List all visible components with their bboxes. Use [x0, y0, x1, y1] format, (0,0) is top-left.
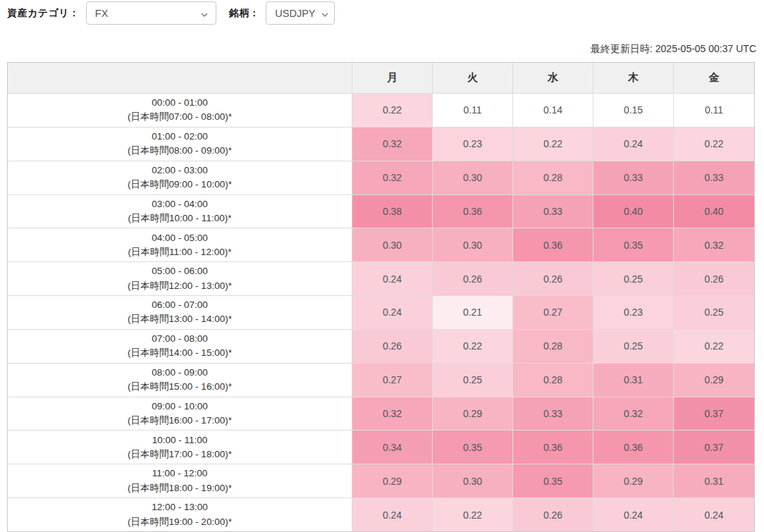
time-utc-label: 11:00 - 12:00 [152, 466, 208, 481]
asset-category-value: FX [95, 8, 109, 19]
asset-category-label: 資産カテゴリ： [7, 7, 80, 20]
time-utc-label: 12:00 - 13:00 [152, 500, 208, 514]
heatmap-value-cell: 0.22 [513, 128, 593, 161]
time-jst-label: (日本時間08:00 - 09:00)* [128, 144, 232, 158]
heatmap-value-cell: 0.26 [674, 262, 754, 295]
table-row: 12:00 - 13:00(日本時間19:00 - 20:00)*0.240.2… [8, 497, 754, 531]
table-row: 07:00 - 08:00(日本時間14:00 - 15:00)*0.260.2… [8, 329, 754, 363]
asset-category-select[interactable]: FX [86, 1, 216, 25]
time-cell: 09:00 - 10:00(日本時間16:00 - 17:00)* [8, 397, 352, 431]
heatmap-value-cell: 0.11 [433, 94, 513, 127]
time-utc-label: 06:00 - 07:00 [152, 298, 208, 312]
heatmap-value-cell: 0.25 [593, 330, 674, 363]
table-row: 10:00 - 11:00(日本時間17:00 - 18:00)*0.340.3… [8, 430, 754, 464]
heatmap-value-cell: 0.29 [433, 397, 513, 431]
heatmap-value-cell: 0.32 [352, 161, 433, 194]
heatmap-value-cell: 0.36 [513, 228, 593, 261]
symbol-select[interactable]: USDJPY [266, 1, 335, 25]
heatmap-value-cell: 0.33 [674, 161, 754, 194]
time-cell: 00:00 - 01:00(日本時間07:00 - 08:00)* [8, 94, 352, 127]
day-header: 木 [593, 63, 674, 93]
heatmap-value-cell: 0.14 [513, 94, 593, 127]
table-row: 04:00 - 05:00(日本時間11:00 - 12:00)*0.300.3… [8, 228, 754, 261]
heatmap-value-cell: 0.22 [433, 330, 513, 363]
heatmap-value-cell: 0.27 [352, 364, 433, 397]
table-row: 08:00 - 09:00(日本時間15:00 - 16:00)*0.270.2… [8, 363, 754, 397]
day-header: 月 [352, 63, 433, 93]
heatmap-value-cell: 0.38 [352, 195, 433, 228]
chevron-down-icon [201, 8, 208, 19]
heatmap-value-cell: 0.25 [674, 296, 754, 329]
heatmap-value-cell: 0.30 [352, 228, 433, 261]
heatmap-value-cell: 0.35 [593, 228, 674, 261]
heatmap-value-cell: 0.22 [674, 128, 754, 161]
heatmap-value-cell: 0.35 [433, 431, 513, 464]
heatmap-value-cell: 0.27 [513, 296, 593, 329]
heatmap-value-cell: 0.25 [433, 364, 513, 397]
time-jst-label: (日本時間12:00 - 13:00)* [128, 279, 232, 293]
time-cell: 03:00 - 04:00(日本時間10:00 - 11:00)* [8, 195, 352, 228]
heatmap-value-cell: 0.31 [593, 364, 674, 397]
heatmap-value-cell: 0.33 [513, 397, 593, 431]
time-utc-label: 02:00 - 03:00 [152, 163, 208, 178]
time-utc-label: 04:00 - 05:00 [152, 231, 208, 245]
time-jst-label: (日本時間16:00 - 17:00)* [128, 414, 232, 428]
heatmap-value-cell: 0.31 [674, 464, 754, 497]
time-jst-label: (日本時間17:00 - 18:00)* [128, 447, 232, 462]
chevron-down-icon [321, 8, 328, 19]
table-row: 00:00 - 01:00(日本時間07:00 - 08:00)*0.220.1… [8, 93, 754, 127]
heatmap-value-cell: 0.30 [433, 161, 513, 194]
time-jst-label: (日本時間10:00 - 11:00)* [128, 211, 232, 225]
volatility-heatmap-table: 月火水木金 00:00 - 01:00(日本時間07:00 - 08:00)*0… [7, 62, 755, 532]
time-cell: 07:00 - 08:00(日本時間14:00 - 15:00)* [8, 330, 352, 363]
heatmap-value-cell: 0.36 [433, 195, 513, 228]
time-jst-label: (日本時間09:00 - 10:00)* [128, 178, 232, 192]
table-row: 05:00 - 06:00(日本時間12:00 - 13:00)*0.240.2… [8, 261, 754, 295]
filter-bar: 資産カテゴリ： FX 銘柄： USDJPY [0, 0, 764, 25]
heatmap-value-cell: 0.35 [513, 464, 593, 497]
heatmap-value-cell: 0.34 [352, 431, 433, 464]
heatmap-value-cell: 0.26 [433, 262, 513, 295]
table-row: 02:00 - 03:00(日本時間09:00 - 10:00)*0.320.3… [8, 161, 754, 194]
time-cell: 04:00 - 05:00(日本時間11:00 - 12:00)* [8, 228, 352, 261]
heatmap-value-cell: 0.30 [433, 228, 513, 261]
table-row: 01:00 - 02:00(日本時間08:00 - 09:00)*0.320.2… [8, 127, 754, 161]
heatmap-value-cell: 0.24 [593, 498, 674, 531]
time-cell: 02:00 - 03:00(日本時間09:00 - 10:00)* [8, 161, 352, 194]
time-jst-label: (日本時間18:00 - 19:00)* [128, 481, 232, 495]
heatmap-value-cell: 0.32 [352, 397, 433, 431]
heatmap-value-cell: 0.21 [433, 296, 513, 329]
time-jst-label: (日本時間19:00 - 20:00)* [128, 515, 232, 529]
heatmap-value-cell: 0.33 [513, 195, 593, 228]
table-header-row: 月火水木金 [8, 63, 754, 93]
symbol-label: 銘柄： [229, 7, 260, 20]
time-cell: 05:00 - 06:00(日本時間12:00 - 13:00)* [8, 262, 352, 295]
heatmap-value-cell: 0.22 [352, 94, 433, 127]
time-cell: 08:00 - 09:00(日本時間15:00 - 16:00)* [8, 364, 352, 397]
heatmap-value-cell: 0.29 [674, 364, 754, 397]
day-header: 水 [513, 63, 593, 93]
heatmap-value-cell: 0.23 [593, 296, 674, 329]
symbol-value: USDJPY [275, 8, 315, 19]
heatmap-value-cell: 0.24 [674, 498, 754, 531]
heatmap-value-cell: 0.37 [674, 397, 754, 431]
time-utc-label: 10:00 - 11:00 [152, 433, 208, 447]
corner-cell [8, 63, 352, 93]
time-jst-label: (日本時間13:00 - 14:00)* [128, 312, 232, 326]
heatmap-value-cell: 0.11 [674, 94, 754, 127]
heatmap-value-cell: 0.32 [352, 128, 433, 161]
time-utc-label: 01:00 - 02:00 [152, 130, 208, 144]
time-jst-label: (日本時間07:00 - 08:00)* [128, 110, 232, 124]
heatmap-value-cell: 0.24 [352, 498, 433, 531]
heatmap-value-cell: 0.29 [593, 464, 674, 497]
heatmap-value-cell: 0.28 [513, 161, 593, 194]
heatmap-value-cell: 0.32 [593, 397, 674, 431]
heatmap-value-cell: 0.36 [513, 431, 593, 464]
heatmap-value-cell: 0.40 [593, 195, 674, 228]
heatmap-value-cell: 0.29 [352, 464, 433, 497]
day-header: 火 [433, 63, 513, 93]
heatmap-value-cell: 0.37 [674, 431, 754, 464]
time-cell: 11:00 - 12:00(日本時間18:00 - 19:00)* [8, 464, 352, 497]
last-updated-timestamp: 最終更新日時: 2025-05-05 00:37 UTC [0, 43, 764, 54]
table-row: 11:00 - 12:00(日本時間18:00 - 19:00)*0.290.3… [8, 464, 754, 497]
